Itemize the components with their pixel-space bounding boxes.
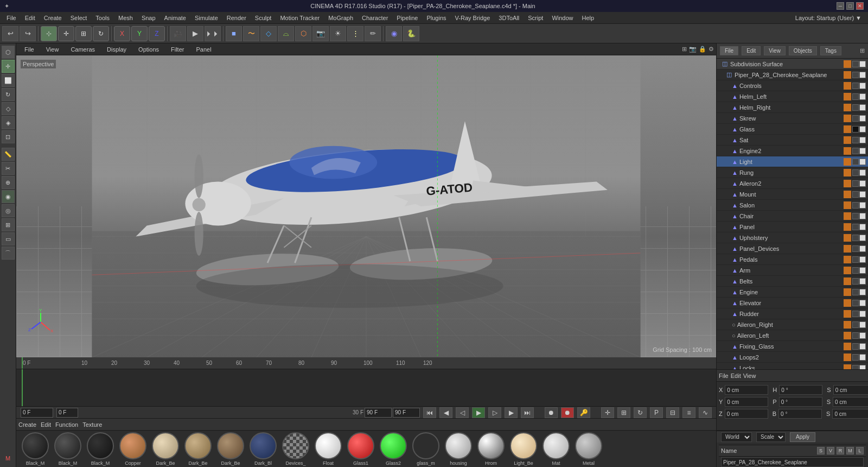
left-tool-poly[interactable]: ◇	[2, 102, 15, 115]
tree-item-skrew[interactable]: ▲ Skrew	[717, 113, 868, 124]
material-item-black3[interactable]: Black_M	[86, 432, 115, 466]
tree-item-glass[interactable]: ▲ Glass	[717, 124, 868, 135]
tree-item-upholstery[interactable]: ▲ Upholstery	[717, 232, 868, 243]
menu-character[interactable]: Character	[358, 14, 392, 22]
mat-tab-create[interactable]: Create	[18, 421, 36, 428]
menu-plugins[interactable]: Plugins	[422, 14, 450, 22]
viewport-tab-filter[interactable]: Filter	[165, 45, 190, 54]
tree-item-locks[interactable]: ▲ Locks	[717, 363, 868, 369]
menu-window[interactable]: Window	[547, 14, 577, 22]
r-button[interactable]: R	[837, 447, 844, 455]
next-frame-button[interactable]: ▷	[488, 407, 501, 418]
menu-3dtoall[interactable]: 3DToAll	[494, 14, 524, 22]
x-axis-btn[interactable]: X	[114, 26, 130, 41]
material-item-darkbe2[interactable]: Dark_Be	[183, 432, 213, 466]
cube-btn[interactable]: ■	[226, 26, 242, 41]
left-tool-circle[interactable]: ◉	[2, 190, 15, 203]
end-frame-input[interactable]	[365, 408, 392, 418]
tree-item-loops2[interactable]: ▲ Loops2	[717, 352, 868, 363]
minimize-button[interactable]: ─	[837, 2, 844, 10]
tree-item-panel-devices[interactable]: ▲ Panel_Devices	[717, 243, 868, 254]
left-tool-bend[interactable]: ⌒	[2, 247, 15, 260]
left-tool-ruler[interactable]: 📏	[2, 148, 15, 161]
apply-button[interactable]: Apply	[790, 432, 815, 442]
material-item-hrom[interactable]: Hrom	[476, 432, 506, 466]
bottom-edit-tab[interactable]: Edit	[731, 373, 741, 379]
tree-item-rudder[interactable]: ▲ Rudder	[717, 308, 868, 319]
scale-tool[interactable]: ⊞	[75, 26, 92, 41]
python-btn[interactable]: 🐍	[403, 26, 419, 41]
viewport-icon-cam[interactable]: 📷	[689, 46, 697, 53]
tree-item-mount[interactable]: ▲ Mount	[717, 189, 868, 200]
left-tool-move[interactable]: ✛	[2, 60, 15, 73]
scale-anim-button[interactable]: ⊞	[617, 407, 630, 418]
material-item-lightbe[interactable]: Light_Be	[509, 432, 538, 466]
param-anim-button[interactable]: P	[650, 407, 663, 418]
redo-button[interactable]: ↪	[20, 26, 36, 41]
material-item-metal[interactable]: Metal	[574, 432, 603, 466]
go-start-button[interactable]: ⏮	[423, 407, 436, 418]
tree-item-arm[interactable]: ▲ Arm	[717, 265, 868, 276]
menu-edit[interactable]: Edit	[21, 14, 40, 22]
left-tool-scale[interactable]: ⬜	[2, 74, 15, 87]
size-x-input[interactable]	[833, 385, 868, 395]
menu-motiontracker[interactable]: Motion Tracker	[276, 14, 324, 22]
menu-create[interactable]: Create	[40, 14, 66, 22]
move-tool[interactable]: ✛	[58, 26, 74, 41]
tree-item-aileron-right[interactable]: ○ Aileron_Right	[717, 319, 868, 330]
menu-snap[interactable]: Snap	[137, 14, 160, 22]
tree-item-helm-right[interactable]: ▲ Helm_Right	[717, 102, 868, 113]
y-axis-btn[interactable]: Y	[131, 26, 148, 41]
tree-item-controls[interactable]: ▲ Controls	[717, 80, 868, 91]
rotate-tool[interactable]: ↻	[93, 26, 109, 41]
viewport-tab-display[interactable]: Display	[101, 45, 132, 54]
select-tool[interactable]: ⊹	[41, 26, 57, 41]
tree-item-fixing-glass[interactable]: ▲ Fixing_Glass	[717, 341, 868, 352]
hair-btn[interactable]: ⋮	[347, 26, 363, 41]
tree-item-panel[interactable]: ▲ Panel	[717, 222, 868, 232]
tree-item-chair[interactable]: ▲ Chair	[717, 211, 868, 222]
tree-item-salon[interactable]: ▲ Salon	[717, 200, 868, 211]
nurbs-btn[interactable]: ◇	[260, 26, 277, 41]
move-key-button[interactable]: ✛	[601, 407, 614, 418]
scene-btn[interactable]: ⬡	[295, 26, 311, 41]
material-item-darkbe1[interactable]: Dark_Be	[151, 432, 180, 466]
material-item-copper[interactable]: Copper	[118, 432, 148, 466]
titlebar-controls[interactable]: ─ □ ✕	[837, 2, 864, 10]
fcurve-btn[interactable]: ∿	[699, 407, 712, 418]
menu-animate[interactable]: Animate	[160, 14, 190, 22]
left-tool-edge[interactable]: ◈	[2, 116, 15, 129]
bottom-view-tab[interactable]: View	[743, 373, 756, 379]
render-all-btn[interactable]: ⏵⏵	[205, 26, 221, 41]
tree-item-pedals[interactable]: ▲ Pedals	[717, 254, 868, 265]
record-button[interactable]: ⏺	[545, 407, 558, 418]
viewport-icon-expand[interactable]: ⊞	[682, 46, 687, 53]
obj-tab-tags[interactable]: Tags	[820, 46, 841, 55]
left-tool-knife[interactable]: ✂	[2, 162, 15, 175]
y-pos-input[interactable]	[725, 397, 768, 407]
menu-mograph[interactable]: MoGraph	[324, 14, 358, 22]
object-name-input[interactable]	[721, 457, 864, 467]
menu-mesh[interactable]: Mesh	[114, 14, 137, 22]
menu-pipeline[interactable]: Pipeline	[392, 14, 422, 22]
m-button[interactable]: M	[846, 447, 854, 455]
tree-item-light[interactable]: ▲ Light	[717, 156, 868, 167]
viewport-tab-cameras[interactable]: Cameras	[65, 45, 101, 54]
tree-item-root[interactable]: ◫ Piper_PA_28_Cherokee_Seaplane	[717, 70, 868, 80]
obj-tab-edit[interactable]: Edit	[742, 46, 761, 55]
prev-frame-button[interactable]: ◀	[439, 407, 452, 418]
menu-help[interactable]: Help	[578, 14, 599, 22]
play-button[interactable]: ▶	[472, 407, 485, 418]
menu-simulate[interactable]: Simulate	[190, 14, 222, 22]
scale-select[interactable]: Scale	[756, 432, 786, 442]
material-item-glass1[interactable]: Glass1	[346, 432, 375, 466]
material-item-glass2[interactable]: Glass2	[379, 432, 408, 466]
tree-item-belts[interactable]: ▲ Belts	[717, 276, 868, 287]
spline-btn[interactable]: 〜	[243, 26, 259, 41]
tree-item-aileron-left[interactable]: ○ Aileron_Left	[717, 330, 868, 341]
viewport-tab-file[interactable]: File	[18, 45, 40, 54]
menu-file[interactable]: File	[2, 14, 21, 22]
material-item-darkbl[interactable]: Dark_Bl	[248, 432, 278, 466]
bottom-file-tab[interactable]: File	[719, 373, 729, 379]
sketch-btn[interactable]: ✏	[365, 26, 381, 41]
